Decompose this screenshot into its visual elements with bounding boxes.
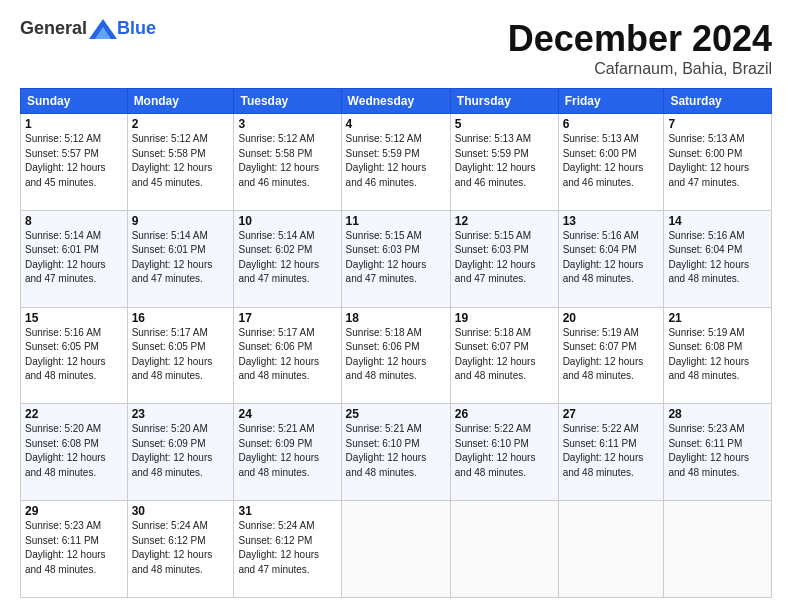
- day-29: 29 Sunrise: 5:23 AMSunset: 6:11 PMDaylig…: [21, 501, 128, 598]
- day-18: 18 Sunrise: 5:18 AMSunset: 6:06 PMDaylig…: [341, 307, 450, 404]
- day-10: 10 Sunrise: 5:14 AMSunset: 6:02 PMDaylig…: [234, 210, 341, 307]
- day-23: 23 Sunrise: 5:20 AMSunset: 6:09 PMDaylig…: [127, 404, 234, 501]
- day-25: 25 Sunrise: 5:21 AMSunset: 6:10 PMDaylig…: [341, 404, 450, 501]
- day-24: 24 Sunrise: 5:21 AMSunset: 6:09 PMDaylig…: [234, 404, 341, 501]
- day-8: 8 Sunrise: 5:14 AMSunset: 6:01 PMDayligh…: [21, 210, 128, 307]
- col-thursday: Thursday: [450, 89, 558, 114]
- week-2: 8 Sunrise: 5:14 AMSunset: 6:01 PMDayligh…: [21, 210, 772, 307]
- empty-cell-3: [558, 501, 664, 598]
- day-21: 21 Sunrise: 5:19 AMSunset: 6:08 PMDaylig…: [664, 307, 772, 404]
- day-26: 26 Sunrise: 5:22 AMSunset: 6:10 PMDaylig…: [450, 404, 558, 501]
- page: General Blue December 2024 Cafarnaum, Ba…: [0, 0, 792, 612]
- day-31: 31 Sunrise: 5:24 AMSunset: 6:12 PMDaylig…: [234, 501, 341, 598]
- logo-general-text: General: [20, 18, 87, 39]
- col-sunday: Sunday: [21, 89, 128, 114]
- day-15: 15 Sunrise: 5:16 AMSunset: 6:05 PMDaylig…: [21, 307, 128, 404]
- col-wednesday: Wednesday: [341, 89, 450, 114]
- day-14: 14 Sunrise: 5:16 AMSunset: 6:04 PMDaylig…: [664, 210, 772, 307]
- week-3: 15 Sunrise: 5:16 AMSunset: 6:05 PMDaylig…: [21, 307, 772, 404]
- day-12: 12 Sunrise: 5:15 AMSunset: 6:03 PMDaylig…: [450, 210, 558, 307]
- week-5: 29 Sunrise: 5:23 AMSunset: 6:11 PMDaylig…: [21, 501, 772, 598]
- day-2: 2 Sunrise: 5:12 AMSunset: 5:58 PMDayligh…: [127, 114, 234, 211]
- logo-blue-text: Blue: [117, 18, 156, 39]
- month-title: December 2024: [508, 18, 772, 60]
- day-16: 16 Sunrise: 5:17 AMSunset: 6:05 PMDaylig…: [127, 307, 234, 404]
- col-friday: Friday: [558, 89, 664, 114]
- week-4: 22 Sunrise: 5:20 AMSunset: 6:08 PMDaylig…: [21, 404, 772, 501]
- day-6: 6 Sunrise: 5:13 AMSunset: 6:00 PMDayligh…: [558, 114, 664, 211]
- title-area: December 2024 Cafarnaum, Bahia, Brazil: [508, 18, 772, 78]
- logo-icon: [89, 19, 117, 39]
- col-saturday: Saturday: [664, 89, 772, 114]
- day-27: 27 Sunrise: 5:22 AMSunset: 6:11 PMDaylig…: [558, 404, 664, 501]
- day-20: 20 Sunrise: 5:19 AMSunset: 6:07 PMDaylig…: [558, 307, 664, 404]
- empty-cell-1: [341, 501, 450, 598]
- header: General Blue December 2024 Cafarnaum, Ba…: [20, 18, 772, 78]
- logo: General Blue: [20, 18, 156, 39]
- day-7: 7 Sunrise: 5:13 AMSunset: 6:00 PMDayligh…: [664, 114, 772, 211]
- day-22: 22 Sunrise: 5:20 AMSunset: 6:08 PMDaylig…: [21, 404, 128, 501]
- day-1: 1 Sunrise: 5:12 AMSunset: 5:57 PMDayligh…: [21, 114, 128, 211]
- col-tuesday: Tuesday: [234, 89, 341, 114]
- calendar-table: Sunday Monday Tuesday Wednesday Thursday…: [20, 88, 772, 598]
- location: Cafarnaum, Bahia, Brazil: [508, 60, 772, 78]
- col-monday: Monday: [127, 89, 234, 114]
- day-17: 17 Sunrise: 5:17 AMSunset: 6:06 PMDaylig…: [234, 307, 341, 404]
- day-28: 28 Sunrise: 5:23 AMSunset: 6:11 PMDaylig…: [664, 404, 772, 501]
- day-13: 13 Sunrise: 5:16 AMSunset: 6:04 PMDaylig…: [558, 210, 664, 307]
- day-9: 9 Sunrise: 5:14 AMSunset: 6:01 PMDayligh…: [127, 210, 234, 307]
- day-3: 3 Sunrise: 5:12 AMSunset: 5:58 PMDayligh…: [234, 114, 341, 211]
- week-1: 1 Sunrise: 5:12 AMSunset: 5:57 PMDayligh…: [21, 114, 772, 211]
- day-5: 5 Sunrise: 5:13 AMSunset: 5:59 PMDayligh…: [450, 114, 558, 211]
- empty-cell-4: [664, 501, 772, 598]
- day-30: 30 Sunrise: 5:24 AMSunset: 6:12 PMDaylig…: [127, 501, 234, 598]
- day-4: 4 Sunrise: 5:12 AMSunset: 5:59 PMDayligh…: [341, 114, 450, 211]
- day-11: 11 Sunrise: 5:15 AMSunset: 6:03 PMDaylig…: [341, 210, 450, 307]
- empty-cell-2: [450, 501, 558, 598]
- day-19: 19 Sunrise: 5:18 AMSunset: 6:07 PMDaylig…: [450, 307, 558, 404]
